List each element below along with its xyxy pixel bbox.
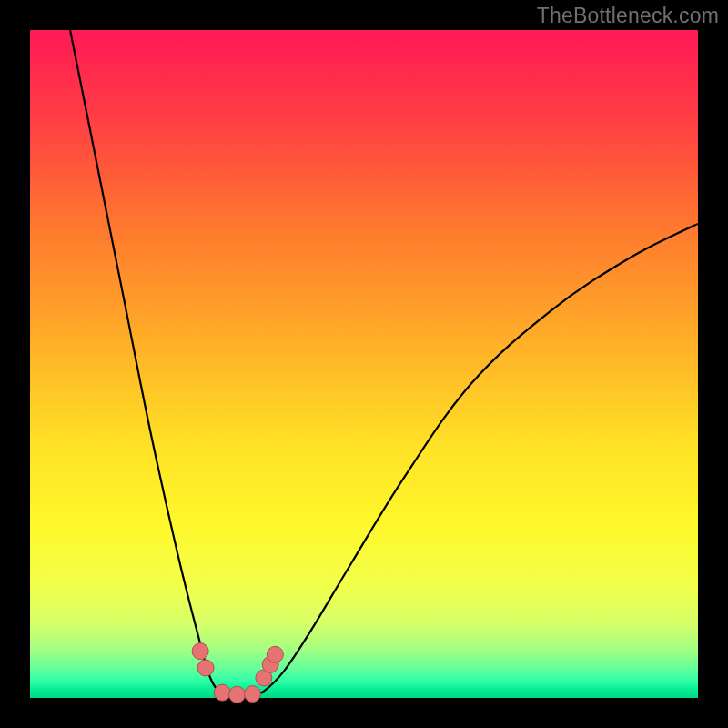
curve-marker <box>267 646 283 662</box>
plot-background <box>30 30 698 698</box>
curve-marker <box>229 686 246 703</box>
curve-marker <box>244 686 260 703</box>
curve-marker <box>214 684 230 701</box>
chart-frame: TheBottleneck.com <box>0 0 728 728</box>
curve-marker <box>192 643 208 660</box>
curve-marker <box>197 660 214 676</box>
chart-canvas <box>0 0 728 728</box>
